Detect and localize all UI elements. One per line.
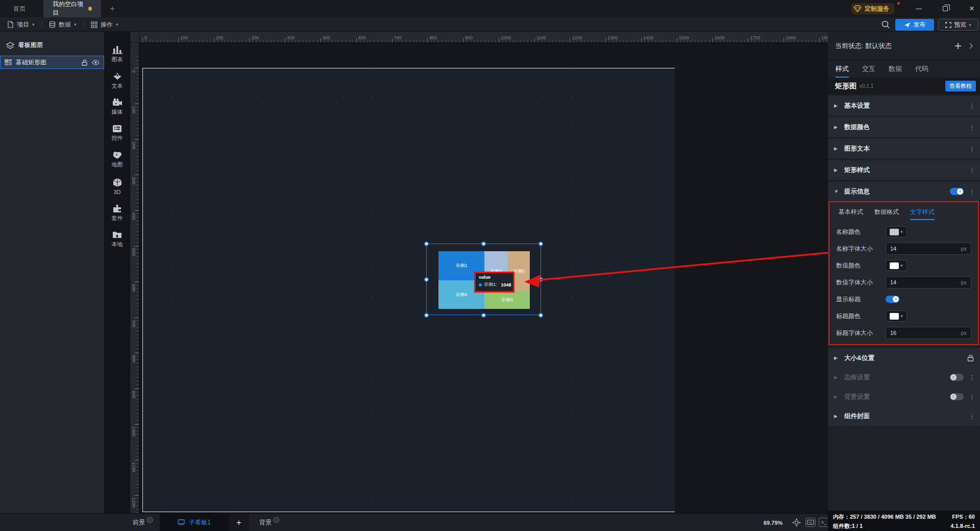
tool-media[interactable]: 媒体 <box>112 98 123 125</box>
section-basic-settings[interactable]: ▶ 基本设置 ⋮ <box>828 96 980 115</box>
chevron-right-icon[interactable] <box>969 43 973 49</box>
show-title-toggle[interactable]: i <box>886 296 899 303</box>
new-tab-button[interactable]: + <box>105 0 120 17</box>
tool-kits[interactable]: 套件 <box>112 204 123 231</box>
resize-handle-w[interactable] <box>424 277 429 282</box>
preview-button[interactable]: 预览▾ <box>938 19 978 31</box>
section-menu-icon[interactable]: ⋮ <box>969 124 974 131</box>
tab-home[interactable]: 首页 <box>4 0 35 17</box>
subboard-tab[interactable]: 子看板1 <box>160 514 229 531</box>
zoom-level[interactable]: 69.79% <box>764 514 782 531</box>
section-background-settings[interactable]: ▶ 背景设置 ⋮ <box>828 387 980 406</box>
tab-code[interactable]: 代码 <box>915 61 928 78</box>
ruler-major-tick <box>134 460 139 461</box>
tab-style[interactable]: 样式 <box>836 61 849 78</box>
tool-charts[interactable]: 图表 <box>112 45 123 71</box>
custom-service-badge[interactable]: 定制服务 <box>851 3 894 14</box>
close-button[interactable]: × <box>962 0 980 17</box>
section-rect-style[interactable]: ▶ 矩形样式 ⋮ <box>828 160 980 180</box>
minimize-button[interactable]: — <box>909 0 929 17</box>
add-foreground-icon[interactable]: + <box>147 517 153 523</box>
section-menu-icon[interactable]: ⋮ <box>969 393 974 401</box>
section-component-cover[interactable]: ▶ 组件封面 ⋮ <box>828 406 980 426</box>
tool-text[interactable]: 文本 <box>112 71 123 98</box>
field-list: 名称颜色 ▾ 名称字体大小 14px 数值颜色 ▾ 数值字体大小 14px 显示… <box>829 225 978 340</box>
shortcuts-keyboard-icon[interactable] <box>805 518 816 527</box>
ruler-major-tick <box>463 38 463 42</box>
number-input[interactable]: 16px <box>886 327 971 339</box>
canvas-area[interactable]: 0100200300400500600700800900100011001200… <box>130 32 828 513</box>
section-menu-icon[interactable]: ⋮ <box>969 166 974 174</box>
section-menu-icon[interactable]: ⋮ <box>969 102 974 110</box>
section-data-colors[interactable]: ▶ 数据颜色 ⋮ <box>828 117 980 137</box>
search-icon[interactable] <box>881 20 890 29</box>
design-stage[interactable] <box>142 68 675 512</box>
subtab-text-style[interactable]: 文字样式 <box>910 208 935 220</box>
current-state-label: 当前状态: 默认状态 <box>835 41 892 51</box>
add-board-button[interactable]: + <box>229 514 249 531</box>
tool-label: 控件 <box>112 134 123 142</box>
background-toggle[interactable] <box>950 393 964 400</box>
background-button[interactable]: 背景 + <box>259 514 279 531</box>
add-background-icon[interactable]: + <box>274 517 279 523</box>
add-state-icon[interactable] <box>954 42 962 50</box>
section-menu-icon[interactable]: ⋮ <box>969 145 974 153</box>
lock-icon[interactable] <box>967 354 974 361</box>
resize-handle-se[interactable] <box>538 313 543 318</box>
ruler-label: 700 <box>131 320 136 327</box>
layer-item[interactable]: 基础矩形图 <box>0 56 104 69</box>
console-terminal-icon[interactable]: >_ <box>819 518 829 527</box>
section-menu-icon[interactable]: ⋮ <box>969 413 974 420</box>
menu-project[interactable]: 项目▾ <box>7 17 35 32</box>
section-border-settings[interactable]: ▶ 边框设置 ⋮ <box>828 368 980 387</box>
color-picker-button[interactable]: ▾ <box>886 310 907 322</box>
color-swatch <box>890 313 899 320</box>
unlock-icon[interactable] <box>82 59 88 66</box>
resize-handle-s[interactable] <box>481 313 486 318</box>
ruler-major-tick <box>783 38 784 42</box>
tool-widgets[interactable]: 控件 <box>112 125 123 151</box>
resize-handle-nw[interactable] <box>424 242 429 246</box>
tool-local[interactable]: 本地 <box>112 231 123 257</box>
resize-handle-ne[interactable] <box>538 242 543 246</box>
ruler-major-tick <box>534 38 535 42</box>
section-tooltip-info[interactable]: ▼ 提示信息 i ⋮ <box>828 182 980 201</box>
restore-button[interactable] <box>935 0 955 17</box>
resize-handle-e[interactable] <box>538 277 543 282</box>
foreground-button[interactable]: 前景 + <box>133 514 153 531</box>
treemap-cell[interactable]: 示例3 <box>484 291 530 309</box>
number-input[interactable]: 14px <box>886 276 971 288</box>
tool-map[interactable]: 地图 <box>112 151 123 178</box>
eye-icon[interactable] <box>92 60 100 65</box>
fit-screen-icon[interactable] <box>792 518 801 527</box>
tab-interaction[interactable]: 交互 <box>862 61 875 78</box>
color-picker-button[interactable]: ▾ <box>886 226 907 237</box>
subtab-data-format[interactable]: 数据格式 <box>874 208 899 220</box>
resize-handle-n[interactable] <box>481 242 486 246</box>
tab-data[interactable]: 数据 <box>889 61 902 78</box>
resize-handle-sw[interactable] <box>424 313 429 318</box>
number-input[interactable]: 14px <box>886 243 971 255</box>
subtab-basic-style[interactable]: 基本样式 <box>839 208 863 220</box>
chevron-down-icon: ▾ <box>32 22 35 27</box>
section-menu-icon[interactable]: ⋮ <box>969 374 974 381</box>
menu-actions[interactable]: 操作▾ <box>91 17 118 32</box>
section-graphic-text[interactable]: ▶ 图形文本 ⋮ <box>828 139 980 158</box>
section-label: 背景设置 <box>844 393 945 401</box>
tool-3d[interactable]: 3D <box>113 178 122 204</box>
tutorial-button[interactable]: 查看教程 <box>945 81 976 91</box>
publish-button[interactable]: 发布 <box>895 19 934 31</box>
ruler-major-tick <box>134 210 139 211</box>
tab-project[interactable]: 我的空白项目 <box>43 0 101 17</box>
ruler-label: 400 <box>287 35 295 40</box>
section-menu-icon[interactable]: ⋮ <box>969 188 974 196</box>
h-ruler: 0100200300400500600700800900100011001200… <box>139 32 828 43</box>
field-value-color: 数值颜色 ▾ <box>829 258 978 273</box>
ruler-major-tick <box>214 38 214 42</box>
section-size-position[interactable]: ▶ 大小&位置 <box>828 348 980 368</box>
tooltip-toggle[interactable]: i <box>950 188 964 195</box>
unit-suffix: px <box>961 246 967 252</box>
menu-data[interactable]: 数据▾ <box>49 17 77 32</box>
color-picker-button[interactable]: ▾ <box>886 260 907 271</box>
border-toggle[interactable] <box>950 374 964 381</box>
